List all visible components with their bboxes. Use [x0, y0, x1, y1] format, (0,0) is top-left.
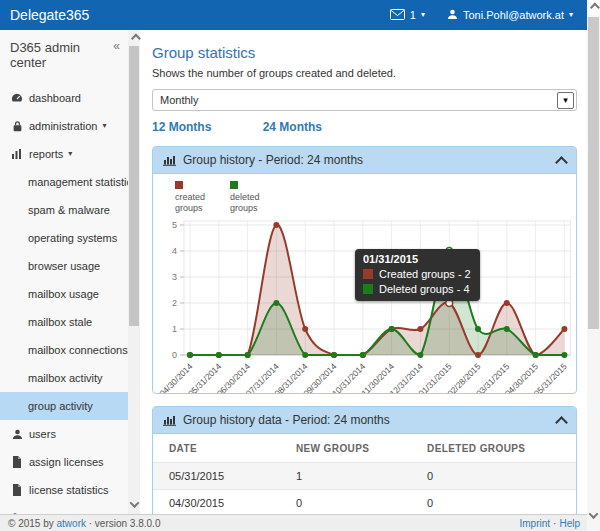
caret-down-icon — [421, 11, 425, 19]
sidebar-scrollbar[interactable] — [128, 30, 140, 514]
sidebar: D365 admin center dashboard administrati… — [0, 30, 128, 514]
scrollbar-up-arrow[interactable] — [587, 0, 600, 15]
sidebar-item-administration[interactable]: administration — [0, 112, 128, 140]
svg-text:5: 5 — [172, 220, 177, 230]
bar-chart-icon — [163, 155, 176, 166]
sidebar-item-dashboard[interactable]: dashboard — [0, 84, 128, 112]
chart-canvas[interactable]: 01234504/30/201405/31/201406/30/201407/3… — [153, 215, 577, 393]
top-bar: Delegate365 1 Toni.Pohl@atwork.at — [0, 0, 587, 30]
column-header-deleted-groups: DELETED GROUPS — [411, 434, 576, 463]
page-subtitle: Shows the number of groups created and d… — [152, 67, 577, 79]
sidebar-item-operating-systems[interactable]: operating systems — [0, 224, 128, 252]
sidebar-item-assign-licenses[interactable]: assign licenses — [0, 448, 128, 476]
link-separator: · — [553, 518, 556, 529]
sidebar-item-license-statistics[interactable]: license statistics — [0, 476, 128, 504]
sidebar-item-mailbox-activity[interactable]: mailbox activity — [0, 364, 128, 392]
legend-swatch-deleted — [230, 181, 238, 189]
period-select[interactable]: Monthly — [152, 89, 577, 111]
sidebar-item-label: management statistics — [28, 176, 128, 188]
app-window: Delegate365 1 Toni.Pohl@atwork.at D365 a… — [0, 0, 600, 531]
caret-down-icon — [68, 150, 72, 158]
tooltip-swatch-created — [363, 269, 373, 279]
tooltip-date: 01/31/2015 — [363, 253, 471, 265]
mail-dropdown[interactable]: 1 — [390, 9, 425, 22]
scrollbar-thumb[interactable] — [588, 17, 599, 329]
user-email: Toni.Pohl@atwork.at — [463, 9, 564, 21]
page-title: Group statistics — [152, 44, 577, 61]
group-history-panel-header[interactable]: Group history - Period: 24 months — [153, 147, 576, 174]
cell-deleted-groups: 0 — [411, 490, 576, 517]
sidebar-item-users[interactable]: users — [0, 420, 128, 448]
panel-title: Group history data - Period: 24 months — [183, 413, 390, 427]
file-icon — [10, 456, 24, 468]
sidebar-item-mailbox-stale[interactable]: mailbox stale — [0, 308, 128, 336]
sidebar-item-browser-usage[interactable]: browser usage — [0, 252, 128, 280]
file-icon — [10, 484, 24, 496]
sidebar-item-mailbox-usage[interactable]: mailbox usage — [0, 280, 128, 308]
sidebar-item-mailbox-connections[interactable]: mailbox connections — [0, 336, 128, 364]
cell-new-groups: 0 — [280, 490, 411, 517]
table-row: 05/31/2015 1 0 — [153, 463, 576, 490]
sidebar-title: D365 admin center — [10, 40, 80, 70]
tooltip-row-deleted: Deleted groups - 4 — [363, 283, 471, 295]
chart-tooltip: 01/31/2015 Created groups - 2 Deleted gr… — [355, 249, 480, 301]
link-12-months[interactable]: 12 Months — [152, 120, 211, 134]
svg-text:2: 2 — [172, 298, 177, 308]
user-dropdown[interactable]: Toni.Pohl@atwork.at — [447, 9, 573, 22]
sidebar-item-label: mailbox activity — [28, 372, 103, 384]
group-history-panel: Group history - Period: 24 months create… — [152, 146, 577, 394]
sidebar-item-label: mailbox stale — [28, 316, 92, 328]
cell-new-groups: 1 — [280, 463, 411, 490]
tooltip-text: Deleted groups - 4 — [379, 283, 470, 295]
link-24-months[interactable]: 24 Months — [263, 120, 322, 134]
sidebar-item-label: mailbox usage — [28, 288, 99, 300]
sidebar-item-label: group activity — [28, 400, 93, 412]
user-icon — [447, 9, 458, 22]
scrollbar-up-arrow[interactable] — [128, 32, 140, 44]
chevron-up-icon[interactable] — [555, 416, 568, 429]
tooltip-swatch-deleted — [363, 284, 373, 294]
caret-down-icon — [102, 122, 106, 130]
svg-text:4: 4 — [172, 246, 177, 256]
sidebar-item-distribution-groups[interactable]: distribution groups — [0, 504, 128, 514]
page-scrollbar[interactable] — [587, 0, 600, 531]
svg-text:3: 3 — [172, 272, 177, 282]
tooltip-row-created: Created groups - 2 — [363, 268, 471, 280]
user-icon — [10, 429, 24, 440]
period-links: 12 Months 24 Months — [152, 120, 577, 134]
sidebar-item-label: mailbox connections — [28, 344, 128, 356]
group-history-chart: 01234504/30/201405/31/201406/30/201407/3… — [153, 215, 576, 393]
sidebar-item-management-statistics[interactable]: management statistics — [0, 168, 128, 196]
atwork-link[interactable]: atwork — [57, 518, 86, 529]
column-header-date: DATE — [153, 434, 280, 463]
sidebar-item-label: browser usage — [28, 260, 100, 272]
tooltip-text: Created groups - 2 — [379, 268, 471, 280]
period-select-value: Monthly — [153, 94, 557, 106]
chevron-up-icon[interactable] — [555, 156, 568, 169]
page-footer: © 2015 by atwork · version 3.8.0.0 Impri… — [0, 514, 600, 531]
chart-panel-body: created groups deleted groups 01234504/3… — [153, 181, 576, 393]
legend-label: created groups — [175, 192, 217, 215]
scrollbar-down-arrow[interactable] — [587, 508, 600, 522]
chart-legend: created groups deleted groups — [175, 181, 576, 215]
select-dropdown-arrow-icon[interactable] — [557, 92, 574, 109]
sidebar-collapse-icon[interactable] — [113, 40, 120, 52]
scrollbar-down-arrow[interactable] — [128, 498, 140, 510]
sidebar-item-spam-malware[interactable]: spam & malware — [0, 196, 128, 224]
sidebar-item-label: users — [29, 428, 56, 440]
main-content: Group statistics Shows the number of gro… — [140, 30, 587, 531]
sidebar-item-reports[interactable]: reports — [0, 140, 128, 168]
help-link[interactable]: Help — [559, 518, 580, 529]
dashboard-icon — [10, 92, 24, 104]
group-history-data-panel: Group history data - Period: 24 months D… — [152, 406, 577, 531]
scrollbar-thumb[interactable] — [129, 46, 139, 326]
sidebar-item-label: dashboard — [29, 92, 81, 104]
panel-title: Group history - Period: 24 months — [183, 153, 363, 167]
group-history-data-panel-header[interactable]: Group history data - Period: 24 months — [153, 407, 576, 434]
svg-text:0: 0 — [172, 350, 177, 360]
table-header-row: DATE NEW GROUPS DELETED GROUPS — [153, 434, 576, 463]
imprint-link[interactable]: Imprint — [520, 518, 551, 529]
sidebar-item-group-activity[interactable]: group activity — [0, 392, 128, 420]
sidebar-item-label: license statistics — [29, 484, 108, 496]
legend-item-deleted: deleted groups — [230, 181, 272, 215]
